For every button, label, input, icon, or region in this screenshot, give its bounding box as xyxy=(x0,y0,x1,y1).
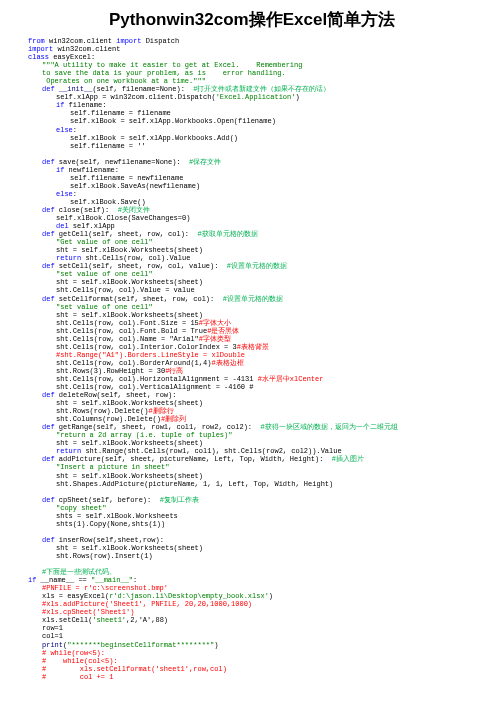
code-line: if __name__ == "__main__": xyxy=(28,576,504,584)
code-line: self.xlApp = win32com.client.Dispatch('E… xyxy=(28,93,504,101)
code-line: sht.Cells(row, col).VerticalAlignment = … xyxy=(28,383,504,391)
code-line: sht.Shapes.AddPicture(pictureName, 1, 1,… xyxy=(28,480,504,488)
code-line: self.xlBook = self.xlApp.Workbooks.Add() xyxy=(28,134,504,142)
code-line: sht.Cells(row, col).Name = "Arial"#字体类型 xyxy=(28,335,504,343)
code-line: # while(col<5): xyxy=(28,657,504,665)
code-line: import win32com.client xyxy=(28,45,504,53)
code-line: def save(self, newfilename=None): #保存文件 xyxy=(28,158,504,166)
code-line: def cpSheet(self, before): #复制工作表 xyxy=(28,496,504,504)
code-line: xls = easyExcel(r'd:\jason.li\Desktop\em… xyxy=(28,592,504,600)
code-line: else: xyxy=(28,126,504,134)
code-line: xls.setCell('sheet1',2,'A',88) xyxy=(28,616,504,624)
code-block: from win32com.client import Dispatchimpo… xyxy=(0,37,504,681)
code-line: sht.Cells(row, col).Font.Bold = True#是否黑… xyxy=(28,327,504,335)
code-line: "return a 2d array (i.e. tuple of tuples… xyxy=(28,431,504,439)
code-line xyxy=(28,528,504,536)
code-line: self.xlBook.Save() xyxy=(28,198,504,206)
code-line: self.xlBook = self.xlApp.Workbooks.Open(… xyxy=(28,117,504,125)
code-line: return sht.Range(sht.Cells(row1, col1), … xyxy=(28,447,504,455)
code-line: col=1 xyxy=(28,632,504,640)
code-line: sht = self.xlBook.Worksheets(sheet) xyxy=(28,278,504,286)
code-line: "Get value of one cell" xyxy=(28,238,504,246)
code-line: def setCell(self, sheet, row, col, value… xyxy=(28,262,504,270)
code-line: self.xlBook.Close(SaveChanges=0) xyxy=(28,214,504,222)
code-line xyxy=(28,560,504,568)
code-line: sht.Cells(row, col).Value = value xyxy=(28,286,504,294)
code-line: #PNFILE = r'c:\screenshot.bmp' xyxy=(28,584,504,592)
code-line: sht.Cells(row, col).Interior.ColorIndex … xyxy=(28,343,504,351)
code-line: """A utility to make it easier to get at… xyxy=(28,61,504,69)
code-line: row=1 xyxy=(28,624,504,632)
code-line: def __init__(self, filename=None): #打开文件… xyxy=(28,85,504,93)
code-line: def getCell(self, sheet, row, col): #获取单… xyxy=(28,230,504,238)
code-line: def deleteRow(self, sheet, row): xyxy=(28,391,504,399)
code-line: sht.Cells(row, col).BorderAround(1,4)#表格… xyxy=(28,359,504,367)
code-line: self.filename = '' xyxy=(28,142,504,150)
code-line: print("*******beginsetCellformat********… xyxy=(28,641,504,649)
code-line: sht = self.xlBook.Worksheets(sheet) xyxy=(28,439,504,447)
code-line: #xls.addPicture('Sheet1', PNFILE, 20,20,… xyxy=(28,600,504,608)
code-line: sht = self.xlBook.Worksheets(sheet) xyxy=(28,544,504,552)
code-line: #下面是一些测试代码。 xyxy=(28,568,504,576)
code-line: "Insert a picture in sheet" xyxy=(28,463,504,471)
code-line: class easyExcel: xyxy=(28,53,504,61)
code-line: return sht.Cells(row, col).Value xyxy=(28,254,504,262)
code-line: self.filename = newfilename xyxy=(28,174,504,182)
code-line: self.xlBook.SaveAs(newfilename) xyxy=(28,182,504,190)
code-line: shts = self.xlBook.Worksheets xyxy=(28,512,504,520)
code-line: sht.Rows(row).Delete()#删除行 xyxy=(28,407,504,415)
code-line: sht = self.xlBook.Worksheets(sheet) xyxy=(28,472,504,480)
code-line: shts(1).Copy(None,shts(1)) xyxy=(28,520,504,528)
code-line: #sht.Range("A1").Borders.LineStyle = xlD… xyxy=(28,351,504,359)
code-line: #xls.cpSheet('Sheet1') xyxy=(28,608,504,616)
code-line: from win32com.client import Dispatch xyxy=(28,37,504,45)
code-line: "set value of one cell" xyxy=(28,303,504,311)
code-line xyxy=(28,150,504,158)
code-line: def addPicture(self, sheet, pictureName,… xyxy=(28,455,504,463)
page-title: Pythonwin32com操作Excel简单方法 xyxy=(0,0,504,37)
code-line: # xls.setCellformat('sheet1',row,col) xyxy=(28,665,504,673)
code-line: sht.Cells(row, col).Font.Size = 15#字体大小 xyxy=(28,319,504,327)
code-line: sht.Rows(3).RowHeight = 30#行高 xyxy=(28,367,504,375)
code-line xyxy=(28,488,504,496)
code-line: # col += 1 xyxy=(28,673,504,681)
code-line: sht = self.xlBook.Worksheets(sheet) xyxy=(28,311,504,319)
code-line: sht.Rows(row).Insert(1) xyxy=(28,552,504,560)
code-line: "set value of one cell" xyxy=(28,270,504,278)
code-line: def getRange(self, sheet, row1, col1, ro… xyxy=(28,423,504,431)
code-line: sht = self.xlBook.Worksheets(sheet) xyxy=(28,246,504,254)
code-line: sht = self.xlBook.Worksheets(sheet) xyxy=(28,399,504,407)
code-line: Operates on one workbook at a time.""" xyxy=(28,77,504,85)
code-line: if newfilename: xyxy=(28,166,504,174)
code-line: else: xyxy=(28,190,504,198)
code-line: if filename: xyxy=(28,101,504,109)
code-line: # while(row<5): xyxy=(28,649,504,657)
code-line: def setCellformat(self, sheet, row, col)… xyxy=(28,295,504,303)
code-line: def inserRow(self,sheet,row): xyxy=(28,536,504,544)
code-line: self.filename = filename xyxy=(28,109,504,117)
code-line: to save the data is your problem, as is … xyxy=(28,69,504,77)
code-line: def close(self): #关闭文件 xyxy=(28,206,504,214)
code-line: sht.Columns(row).Delete()#删除列 xyxy=(28,415,504,423)
code-line: del self.xlApp xyxy=(28,222,504,230)
code-line: sht.Cells(row, col).HorizontalAlignment … xyxy=(28,375,504,383)
code-line: "copy sheet" xyxy=(28,504,504,512)
